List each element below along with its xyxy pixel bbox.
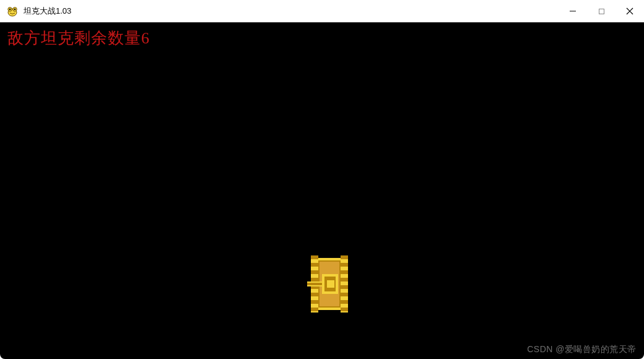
enemy-count-label: 敌方坦克剩余数量6 (7, 27, 150, 49)
svg-rect-23 (341, 285, 348, 289)
svg-rect-21 (341, 270, 348, 274)
frog-app-icon (6, 5, 19, 17)
app-window: 坦克大战1.03 敌方坦克剩余数量6 (0, 0, 644, 359)
watermark-text: CSDN @爱喝兽奶的荒天帝 (527, 344, 637, 355)
svg-point-3 (9, 9, 11, 11)
player-tank-sprite (307, 255, 352, 312)
svg-rect-33 (307, 283, 322, 285)
svg-rect-35 (318, 308, 341, 310)
svg-rect-15 (311, 293, 318, 296)
svg-rect-34 (318, 258, 341, 260)
minimize-button[interactable] (559, 0, 587, 22)
svg-rect-6 (599, 9, 604, 14)
svg-rect-11 (311, 263, 318, 267)
svg-rect-24 (341, 293, 348, 296)
close-button[interactable] (616, 0, 644, 22)
svg-rect-26 (341, 308, 348, 311)
game-canvas[interactable]: 敌方坦克剩余数量6 (0, 22, 644, 359)
svg-rect-25 (341, 300, 348, 304)
svg-rect-10 (311, 255, 318, 259)
window-title: 坦克大战1.03 (24, 6, 559, 17)
svg-rect-17 (311, 308, 318, 311)
window-controls (559, 0, 644, 22)
svg-rect-20 (341, 263, 348, 267)
svg-point-4 (14, 9, 16, 11)
svg-rect-12 (311, 270, 318, 274)
maximize-button[interactable] (587, 0, 616, 22)
svg-rect-13 (311, 278, 318, 281)
svg-rect-31 (327, 280, 334, 288)
svg-rect-16 (311, 300, 318, 304)
titlebar[interactable]: 坦克大战1.03 (0, 0, 644, 22)
svg-rect-19 (341, 255, 348, 259)
svg-rect-22 (341, 278, 348, 281)
